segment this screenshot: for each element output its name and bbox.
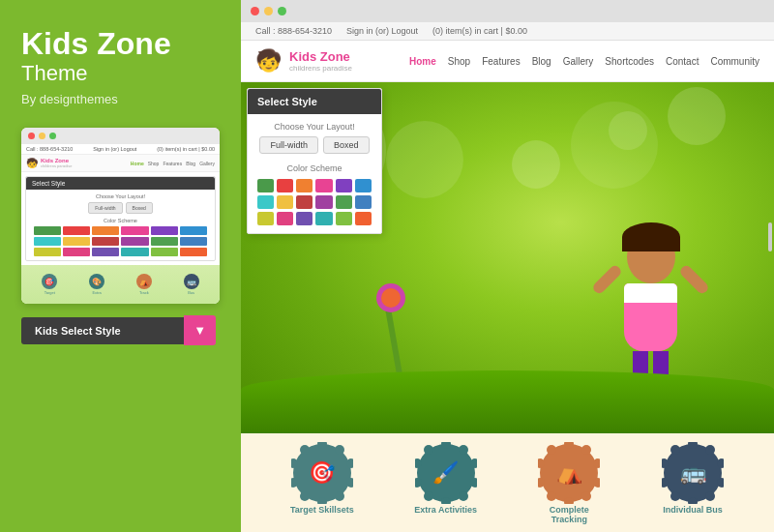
color-swatch[interactable] [277,212,293,225]
mini-color-swatch[interactable] [92,226,119,235]
app-title: Kids Zone Theme By designthemes [21,27,216,128]
bottom-icons-row: 🎯 Target Skillsets [241,433,774,532]
svg-point-29 [547,491,556,501]
color-swatch[interactable] [257,212,274,225]
icon-item-activities: 🖌️ Extra Activities [407,445,485,515]
target-emoji: 🎯 [309,460,335,486]
color-swatch[interactable] [355,212,372,225]
select-style-button[interactable]: Kids Select Style [21,317,184,344]
mini-color-swatch[interactable] [180,248,207,256]
svg-point-13 [459,445,468,455]
mini-color-swatch[interactable] [34,237,61,246]
color-swatch[interactable] [277,195,293,209]
mini-color-swatch[interactable] [63,248,90,256]
mini-nav-area: 🧒 Kids Zone childrens paradise Home Shop… [21,155,220,172]
activities-label: Extra Activities [414,505,477,515]
mini-dot-yellow [39,133,45,139]
mini-layout-buttons: Full-width Boxed [30,202,211,214]
select-style-header: Select Style [248,89,381,114]
mini-select-header: Select Style [26,177,215,190]
select-style-dropdown-arrow[interactable]: ▼ [184,315,216,345]
nav-home[interactable]: Home [409,56,436,67]
color-swatch[interactable] [336,195,352,209]
mini-color-swatch[interactable] [151,248,178,256]
browser-dot-yellow [264,7,273,15]
color-swatch[interactable] [277,179,293,192]
mini-fullwidth-btn[interactable]: Full-width [88,202,122,214]
mini-icon-activities: 🎨 [89,274,104,289]
mini-color-swatch[interactable] [121,248,148,256]
nav-shortcodes[interactable]: Shortcodes [605,56,654,67]
mini-icon-bus: 🚌 [184,274,199,289]
icon-item-target: 🎯 Target Skillsets [283,445,361,515]
browser-content: Call : 888-654-3210 Sign in (or) Logout … [241,22,774,532]
color-swatch[interactable] [336,212,352,225]
mini-color-swatch[interactable] [92,248,119,256]
svg-point-2 [335,445,344,455]
mini-cart-text: (0) item(s) in cart | $0.00 [157,146,215,152]
mini-color-swatch[interactable] [121,237,148,246]
color-swatch[interactable] [257,179,274,192]
hero-grass [241,370,774,433]
browser-dot-red [251,7,259,15]
svg-point-38 [705,491,715,501]
nav-features[interactable]: Features [482,56,520,67]
mini-color-swatch[interactable] [34,226,61,235]
color-swatch[interactable] [355,195,372,209]
activities-emoji: 🖌️ [432,460,459,486]
svg-point-32 [547,445,556,455]
nav-community[interactable]: Community [710,56,759,67]
mini-color-swatch[interactable] [151,226,178,235]
mini-color-swatch[interactable] [63,226,90,235]
color-swatch[interactable] [315,195,332,209]
svg-point-5 [335,491,344,501]
site-signin[interactable]: Sign in (or) Logout [346,26,418,36]
icon-item-tracking: ⛺ Complete Tracking [530,445,608,524]
mini-nav-links: Home Shop Features Blog Gallery [131,161,215,166]
fullwidth-btn[interactable]: Full-width [259,136,318,154]
flower-stem [384,303,403,380]
color-grid [257,179,372,225]
mini-color-grid [30,226,211,256]
color-swatch[interactable] [336,179,352,192]
svg-point-24 [581,445,591,455]
color-swatch[interactable] [296,195,313,209]
boxed-btn[interactable]: Boxed [323,136,370,154]
tracking-label: Complete Tracking [530,505,608,524]
mini-browser-mockup: Call : 888-654-3210 Sign in (or) Logout … [21,128,220,304]
color-swatch[interactable] [296,179,313,192]
bus-label: Individual Bus [663,505,723,515]
mini-color-swatch[interactable] [34,248,61,256]
mini-color-swatch[interactable] [180,226,207,235]
mini-dot-red [28,133,35,139]
color-swatch[interactable] [257,195,274,209]
color-swatch[interactable] [315,212,332,225]
mini-color-swatch[interactable] [121,226,148,235]
mini-select-style-panel: Select Style Choose Your Layout! Full-wi… [25,176,216,261]
mini-color-swatch[interactable] [63,237,90,246]
select-style-panel: Select Style Choose Your Layout! Full-wi… [247,88,382,234]
color-swatch[interactable] [296,212,313,225]
color-swatch[interactable] [355,179,372,192]
flower [376,283,405,312]
bokeh-circle [609,111,647,150]
browser-chrome-bar [241,0,774,22]
nav-contact[interactable]: Contact [666,56,699,67]
svg-point-16 [459,491,468,501]
nav-gallery[interactable]: Gallery [563,56,594,67]
color-swatch[interactable] [315,179,332,192]
mini-call-text: Call : 888-654-3210 [26,146,73,152]
svg-point-35 [705,445,715,455]
svg-point-21 [424,445,433,455]
target-icon-circle: 🎯 [294,445,350,501]
mini-color-swatch[interactable] [151,237,178,246]
nav-shop[interactable]: Shop [448,56,470,67]
mini-color-swatch[interactable] [92,237,119,246]
scroll-indicator[interactable] [768,222,772,251]
nav-blog[interactable]: Blog [532,56,551,67]
site-nav: 🧒 Kids Zone childrens paradise Home Shop… [241,41,774,82]
layout-buttons: Full-width Boxed [257,136,372,154]
svg-point-7 [300,491,310,501]
mini-boxed-btn[interactable]: Boxed [126,202,153,214]
mini-color-swatch[interactable] [180,237,207,246]
